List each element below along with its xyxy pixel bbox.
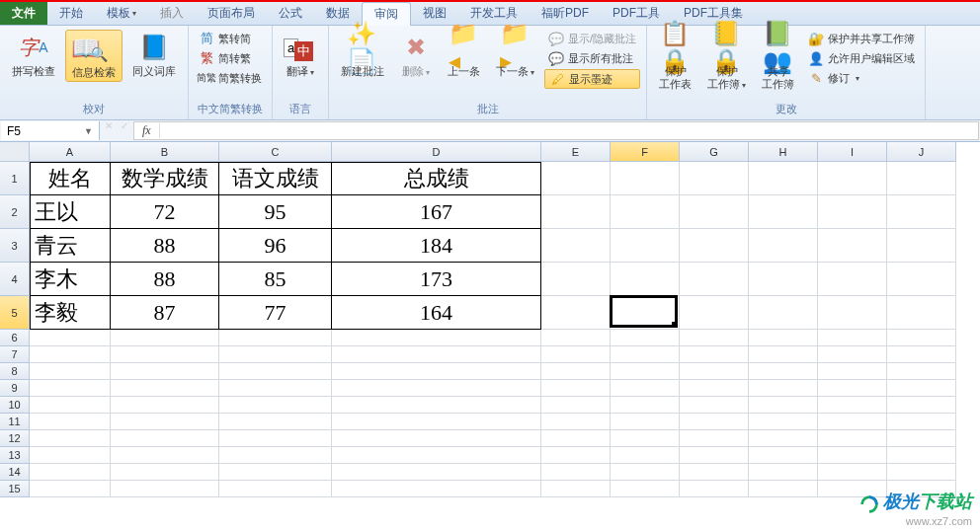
next-comment-button[interactable]: 📁▸ 下一条▾ [490,30,540,80]
cell-F1[interactable] [611,162,680,195]
cell-D12[interactable] [332,430,541,447]
cell-E1[interactable] [541,162,611,195]
cell-D9[interactable] [332,380,541,397]
cell-C14[interactable] [219,464,332,481]
row-header-3[interactable]: 3 [0,229,30,263]
cell-H10[interactable] [749,397,818,414]
cell-I4[interactable] [818,263,887,296]
cell-D2[interactable]: 167 [332,195,541,229]
menu-tab-3[interactable]: 页面布局 [196,2,267,25]
menu-tab-2[interactable]: 插入 [148,2,196,25]
cell-G4[interactable] [680,263,749,296]
row-header-2[interactable]: 2 [0,195,30,229]
protect-share-button[interactable]: 🔐保护并共享工作簿 [804,30,919,47]
spreadsheet[interactable]: ABCDEFGHIJ 123456789101112131415 姓名数学成绩语… [0,142,980,531]
cell-J1[interactable] [887,162,956,195]
row-header-10[interactable]: 10 [0,397,30,414]
cell-G6[interactable] [680,330,749,346]
cell-H7[interactable] [749,346,818,363]
cell-A13[interactable] [30,447,111,464]
col-header-A[interactable]: A [30,142,111,162]
cell-C7[interactable] [219,346,332,363]
col-header-J[interactable]: J [887,142,956,162]
row-header-15[interactable]: 15 [0,481,30,497]
cell-C6[interactable] [219,330,332,346]
cell-G10[interactable] [680,397,749,414]
cell-H6[interactable] [749,330,818,346]
cell-H15[interactable] [749,481,818,497]
cell-I3[interactable] [818,229,887,263]
cell-A2[interactable]: 王以 [30,195,111,229]
cell-J3[interactable] [887,229,956,263]
cell-A11[interactable] [30,414,111,430]
cell-H14[interactable] [749,464,818,481]
cell-D14[interactable] [332,464,541,481]
cell-D8[interactable] [332,363,541,380]
cell-E12[interactable] [541,430,611,447]
cell-I9[interactable] [818,380,887,397]
share-workbook-button[interactable]: 📗👥 共享 工作簿 [756,30,800,93]
cell-A3[interactable]: 青云 [30,229,111,263]
cell-F11[interactable] [611,414,680,430]
cell-E3[interactable] [541,229,611,263]
row-header-4[interactable]: 4 [0,263,30,296]
cell-H11[interactable] [749,414,818,430]
cell-B4[interactable]: 88 [111,263,219,296]
cell-C1[interactable]: 语文成绩 [219,162,332,195]
menu-tab-4[interactable]: 公式 [267,2,314,25]
cell-D11[interactable] [332,414,541,430]
cell-I5[interactable] [818,296,887,330]
cell-I8[interactable] [818,363,887,380]
row-header-6[interactable]: 6 [0,330,30,346]
cell-H12[interactable] [749,430,818,447]
menu-tab-0[interactable]: 开始 [47,2,95,25]
cell-A5[interactable]: 李毅 [30,296,111,330]
cell-E5[interactable] [541,296,611,330]
cell-I7[interactable] [818,346,887,363]
simp-trad-convert-button[interactable]: 简繁简繁转换 [195,69,266,87]
col-header-D[interactable]: D [332,142,541,162]
cell-F10[interactable] [611,397,680,414]
cell-G14[interactable] [680,464,749,481]
cell-F12[interactable] [611,430,680,447]
cell-H5[interactable] [749,296,818,330]
cell-A15[interactable] [30,481,111,497]
cell-H4[interactable] [749,263,818,296]
cell-E6[interactable] [541,330,611,346]
cell-E10[interactable] [541,397,611,414]
translate-button[interactable]: a中 翻译▾ [279,30,322,80]
cell-A8[interactable] [30,363,111,380]
cell-D7[interactable] [332,346,541,363]
cell-H9[interactable] [749,380,818,397]
row-header-11[interactable]: 11 [0,414,30,430]
cell-D4[interactable]: 173 [332,263,541,296]
col-header-C[interactable]: C [219,142,332,162]
cell-I6[interactable] [818,330,887,346]
fx-enter[interactable]: ✓ [117,120,132,141]
cell-J13[interactable] [887,447,956,464]
cell-D5[interactable]: 164 [332,296,541,330]
cell-D6[interactable] [332,330,541,346]
cell-E8[interactable] [541,363,611,380]
cell-B5[interactable]: 87 [111,296,219,330]
cell-A12[interactable] [30,430,111,447]
protect-workbook-button[interactable]: 📒🔒 保护 工作簿▾ [701,30,752,93]
cell-I12[interactable] [818,430,887,447]
cell-E11[interactable] [541,414,611,430]
row-header-13[interactable]: 13 [0,447,30,464]
cell-J14[interactable] [887,464,956,481]
cell-C5[interactable]: 77 [219,296,332,330]
cell-C8[interactable] [219,363,332,380]
name-box-dropdown-icon[interactable]: ▼ [84,126,93,136]
cell-A4[interactable]: 李木 [30,263,111,296]
fx-cancel[interactable]: ✕ [101,120,117,141]
cell-J8[interactable] [887,363,956,380]
cell-J5[interactable] [887,296,956,330]
new-comment-button[interactable]: ✨📄 新建批注 [335,30,390,80]
cell-C10[interactable] [219,397,332,414]
row-header-9[interactable]: 9 [0,380,30,397]
col-header-E[interactable]: E [541,142,611,162]
cell-B10[interactable] [111,397,219,414]
cell-H13[interactable] [749,447,818,464]
col-header-H[interactable]: H [749,142,818,162]
